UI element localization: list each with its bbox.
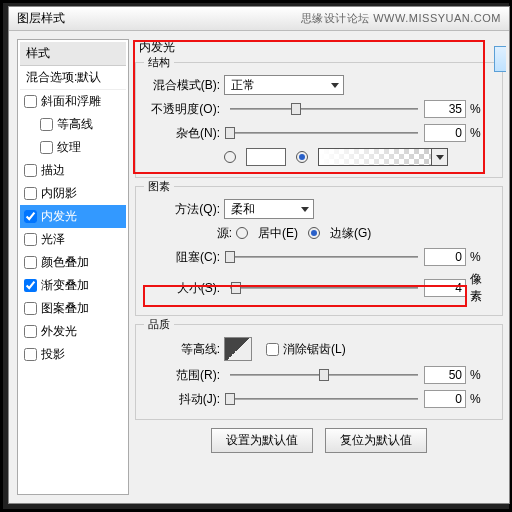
checkbox[interactable]: [24, 302, 37, 315]
group-elements: 图素 方法(Q): 柔和 源: 居中(E) 边缘(G): [135, 186, 503, 316]
group-structure: 结构 混合模式(B): 正常 不透明度(O): 35 % 杂色(N):: [135, 62, 503, 178]
make-default-button[interactable]: 设置为默认值: [211, 428, 313, 453]
range-slider[interactable]: [230, 366, 418, 384]
source-center-radio[interactable]: [236, 227, 248, 239]
caret-down-icon: [436, 155, 444, 160]
sidebar-item-stroke[interactable]: 描边: [20, 159, 126, 182]
checkbox[interactable]: [24, 210, 37, 223]
gradient-radio[interactable]: [296, 151, 308, 163]
sidebar-item-contour[interactable]: 等高线: [20, 113, 126, 136]
method-label: 方法(Q):: [146, 201, 224, 218]
antialias-checkbox[interactable]: [266, 343, 279, 356]
checkbox[interactable]: [24, 187, 37, 200]
checkbox[interactable]: [24, 325, 37, 338]
color-swatch[interactable]: [246, 148, 286, 166]
checkbox[interactable]: [24, 95, 37, 108]
sidebar-item-gradient-overlay[interactable]: 渐变叠加: [20, 274, 126, 297]
sidebar-item-satin[interactable]: 光泽: [20, 228, 126, 251]
checkbox[interactable]: [24, 348, 37, 361]
caret-down-icon: [331, 83, 339, 88]
watermark: 思缘设计论坛 WWW.MISSYUAN.COM: [301, 11, 501, 26]
group-quality: 品质 等高线: 消除锯齿(L) 范围(R): 50 % 抖动(J):: [135, 324, 503, 420]
ok-button-edge[interactable]: [494, 46, 506, 72]
range-input[interactable]: 50: [424, 366, 466, 384]
checkbox[interactable]: [24, 233, 37, 246]
opacity-label: 不透明度(O):: [146, 101, 224, 118]
checkbox[interactable]: [24, 164, 37, 177]
blend-mode-dropdown[interactable]: 正常: [224, 75, 344, 95]
checkbox[interactable]: [24, 279, 37, 292]
choke-label: 阻塞(C):: [146, 249, 224, 266]
color-radio[interactable]: [224, 151, 236, 163]
jitter-slider[interactable]: [230, 390, 418, 408]
noise-slider[interactable]: [230, 124, 418, 142]
main-panel: 内发光 结构 混合模式(B): 正常 不透明度(O): 35 %: [133, 31, 509, 503]
gradient-caret[interactable]: [432, 148, 448, 166]
blend-label: 混合模式(B):: [146, 77, 224, 94]
jitter-input[interactable]: 0: [424, 390, 466, 408]
opacity-input[interactable]: 35: [424, 100, 466, 118]
choke-slider[interactable]: [230, 248, 418, 266]
jitter-label: 抖动(J):: [146, 391, 224, 408]
layer-style-dialog: 图层样式 思缘设计论坛 WWW.MISSYUAN.COM 样式 混合选项:默认 …: [8, 6, 510, 504]
size-input[interactable]: 4: [424, 279, 466, 297]
contour-label: 等高线:: [146, 341, 224, 358]
titlebar: 图层样式 思缘设计论坛 WWW.MISSYUAN.COM: [9, 7, 509, 31]
sidebar-item-outer-glow[interactable]: 外发光: [20, 320, 126, 343]
sidebar-item-drop-shadow[interactable]: 投影: [20, 343, 126, 366]
opacity-slider[interactable]: [230, 100, 418, 118]
styles-sidebar: 样式 混合选项:默认 斜面和浮雕 等高线 纹理 描边 内阴影 内发光 光泽 颜色…: [17, 39, 129, 495]
dialog-title: 图层样式: [17, 10, 65, 27]
gradient-swatch[interactable]: [318, 148, 432, 166]
sidebar-item-inner-glow[interactable]: 内发光: [20, 205, 126, 228]
sidebar-subheader[interactable]: 混合选项:默认: [20, 66, 126, 90]
sidebar-item-bevel[interactable]: 斜面和浮雕: [20, 90, 126, 113]
caret-down-icon: [301, 207, 309, 212]
group-label: 品质: [144, 317, 174, 332]
group-label: 结构: [144, 55, 174, 70]
sidebar-item-inner-shadow[interactable]: 内阴影: [20, 182, 126, 205]
range-label: 范围(R):: [146, 367, 224, 384]
group-label: 图素: [144, 179, 174, 194]
sidebar-header[interactable]: 样式: [20, 42, 126, 66]
panel-title: 内发光: [135, 37, 503, 62]
checkbox[interactable]: [40, 141, 53, 154]
checkbox[interactable]: [40, 118, 53, 131]
noise-label: 杂色(N):: [146, 125, 224, 142]
source-edge-radio[interactable]: [308, 227, 320, 239]
method-dropdown[interactable]: 柔和: [224, 199, 314, 219]
source-label: 源:: [146, 225, 236, 242]
size-label: 大小(S):: [146, 280, 224, 297]
checkbox[interactable]: [24, 256, 37, 269]
reset-default-button[interactable]: 复位为默认值: [325, 428, 427, 453]
sidebar-item-texture[interactable]: 纹理: [20, 136, 126, 159]
noise-input[interactable]: 0: [424, 124, 466, 142]
contour-swatch[interactable]: [224, 337, 252, 361]
sidebar-item-color-overlay[interactable]: 颜色叠加: [20, 251, 126, 274]
choke-input[interactable]: 0: [424, 248, 466, 266]
size-slider[interactable]: [230, 279, 418, 297]
sidebar-item-pattern-overlay[interactable]: 图案叠加: [20, 297, 126, 320]
